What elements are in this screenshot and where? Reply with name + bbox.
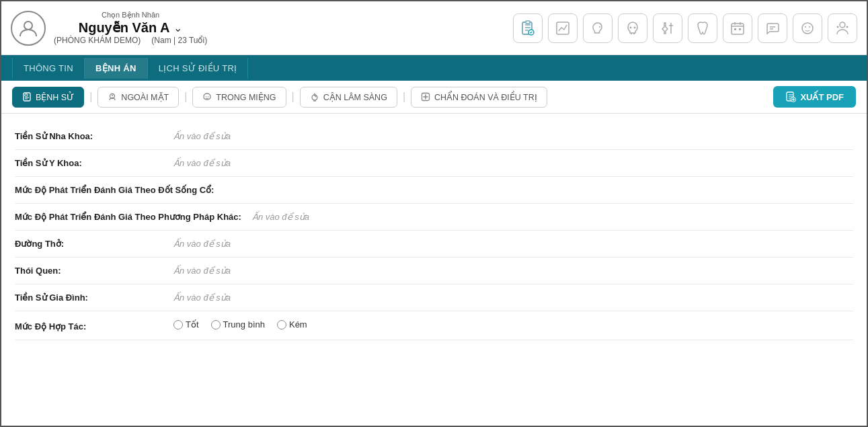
btn-trong-mieng[interactable]: TRONG MIỆNG: [192, 87, 286, 108]
tien-su-gia-dinh-row: Tiền Sử Gia Đình: Ấn vào để sửa: [15, 284, 853, 311]
svg-point-12: [805, 26, 806, 28]
svg-point-15: [837, 26, 839, 28]
clinic-row: (PHÒNG KHÁM DEMO) (Nam | 23 Tuổi): [54, 36, 207, 45]
export-pdf-button[interactable]: XUẤT PDF: [773, 86, 856, 108]
svg-rect-18: [25, 94, 28, 96]
svg-point-22: [208, 96, 209, 98]
separator-1: |: [87, 91, 95, 103]
chart-icon-btn[interactable]: [548, 13, 578, 43]
duong-tho-row: Đường Thở: Ấn vào để sửa: [15, 231, 853, 258]
tools-icon-btn[interactable]: [653, 13, 682, 43]
muc-do-dot-song-row: Mức Độ Phát Triển Đánh Giá Theo Đốt Sống…: [15, 177, 853, 204]
btn-chan-doan[interactable]: CHẨN ĐOÁN VÀ ĐIỀU TRỊ: [411, 87, 547, 108]
separator-2: |: [182, 91, 190, 103]
header-icons: [513, 13, 857, 43]
radio-group: Tốt Trung bình Kém: [173, 319, 307, 329]
tien-su-nha-khoa-row: Tiền Sử Nha Khoa: Ấn vào để sửa: [15, 123, 853, 150]
patient-name: Nguyễn Văn A: [79, 20, 170, 36]
tien-su-nha-khoa-value[interactable]: Ấn vào để sửa: [173, 131, 231, 141]
btn-can-lam-sang[interactable]: CẬN LÂM SÀNG: [300, 87, 397, 108]
muc-do-phuong-phap-label: Mức Độ Phát Triển Đánh Giá Theo Phương P…: [15, 212, 241, 222]
tien-su-y-khoa-row: Tiền Sử Y Khoa: Ấn vào để sửa: [15, 150, 853, 177]
radio-trung-binh[interactable]: Trung bình: [211, 319, 265, 329]
svg-point-21: [206, 96, 207, 98]
thoi-quen-label: Thói Quen:: [15, 266, 163, 276]
patient-name-row: Nguyễn Văn A ⌄: [79, 20, 183, 36]
btn-ngoai-mat[interactable]: NGOÀI MẶT: [97, 87, 179, 108]
svg-point-13: [809, 26, 810, 28]
duong-tho-value[interactable]: Ấn vào để sửa: [173, 239, 231, 249]
svg-rect-10: [739, 28, 741, 30]
separator-3: |: [289, 91, 297, 103]
svg-point-5: [599, 26, 600, 28]
tien-su-nha-khoa-label: Tiền Sử Nha Khoa:: [15, 131, 163, 141]
tien-su-y-khoa-label: Tiền Sử Y Khoa:: [15, 158, 163, 168]
radio-tot-circle: [173, 320, 183, 329]
muc-do-dot-song-label: Mức Độ Phát Triển Đánh Giá Theo Đốt Sống…: [15, 185, 214, 195]
sub-nav: BỆNH SỬ | NGOÀI MẶT | TRONG MIỆNG |: [1, 81, 867, 114]
muc-do-hop-tac-label: Mức Độ Hợp Tác:: [15, 321, 163, 332]
app-window: Chọn Bệnh Nhân Nguyễn Văn A ⌄ (PHÒNG KHÁ…: [0, 0, 868, 427]
svg-point-20: [112, 95, 113, 96]
muc-do-phuong-phap-row: Mức Độ Phát Triển Đánh Giá Theo Phương P…: [15, 204, 853, 231]
svg-point-7: [634, 26, 636, 28]
chat-icon-btn[interactable]: [758, 13, 787, 43]
top-nav: THÔNG TIN BỆNH ÁN LỊCH SỬ ĐIỀU TRỊ: [1, 55, 867, 81]
head-side-icon-btn[interactable]: [583, 13, 613, 43]
radio-kem[interactable]: Kém: [277, 319, 307, 329]
thoi-quen-row: Thói Quen: Ấn vào để sửa: [15, 258, 853, 284]
header-left: Chọn Bệnh Nhân Nguyễn Văn A ⌄ (PHÒNG KHÁ…: [11, 11, 207, 46]
muc-do-hop-tac-row: Mức Độ Hợp Tác: Tốt Trung bình Kém: [15, 311, 853, 340]
thoi-quen-value[interactable]: Ấn vào để sửa: [173, 266, 231, 276]
svg-point-16: [846, 26, 849, 28]
avatar: [11, 11, 46, 46]
svg-point-0: [24, 22, 32, 30]
chevron-down-icon[interactable]: ⌄: [173, 22, 182, 34]
nav-lich-su[interactable]: LỊCH SỬ ĐIỀU TRỊ: [148, 58, 249, 79]
separator-4: |: [400, 91, 408, 103]
tooth-icon-btn[interactable]: [688, 13, 717, 43]
muc-do-phuong-phap-value[interactable]: Ấn vào để sửa: [252, 212, 309, 222]
svg-rect-9: [734, 28, 736, 30]
radio-tot[interactable]: Tốt: [173, 319, 199, 329]
svg-point-6: [630, 26, 632, 28]
svg-rect-8: [732, 24, 744, 34]
radio-trung-binh-circle: [211, 320, 221, 329]
btn-benh-su[interactable]: BỆNH SỬ: [12, 87, 84, 108]
chon-benh-nhan-label: Chọn Bệnh Nhân: [102, 11, 159, 20]
tien-su-gia-dinh-value[interactable]: Ấn vào để sửa: [173, 293, 231, 303]
nav-thong-tin[interactable]: THÔNG TIN: [12, 58, 85, 79]
calendar-icon-btn[interactable]: [723, 13, 752, 43]
tien-su-y-khoa-value[interactable]: Ấn vào để sửa: [173, 158, 231, 168]
gender-age-label: (Nam | 23 Tuổi): [151, 36, 207, 45]
person-dots-icon-btn[interactable]: [828, 13, 857, 43]
nav-benh-an[interactable]: BỆNH ÁN: [85, 58, 148, 79]
skull-icon-btn[interactable]: [618, 13, 647, 43]
duong-tho-label: Đường Thở:: [15, 239, 163, 249]
svg-point-11: [802, 23, 813, 34]
patient-info: Chọn Bệnh Nhân Nguyễn Văn A ⌄ (PHÒNG KHÁ…: [54, 11, 207, 45]
svg-rect-2: [526, 21, 530, 24]
content: Tiền Sử Nha Khoa: Ấn vào để sửa Tiền Sử …: [1, 114, 867, 426]
radio-kem-circle: [277, 320, 286, 329]
clinic-label: (PHÒNG KHÁM DEMO): [54, 36, 141, 45]
tien-su-gia-dinh-label: Tiền Sử Gia Đình:: [15, 293, 163, 303]
face-icon-btn[interactable]: [793, 13, 822, 43]
svg-point-14: [840, 22, 845, 28]
records-icon-btn[interactable]: [513, 13, 543, 43]
header: Chọn Bệnh Nhân Nguyễn Văn A ⌄ (PHÒNG KHÁ…: [1, 1, 867, 55]
